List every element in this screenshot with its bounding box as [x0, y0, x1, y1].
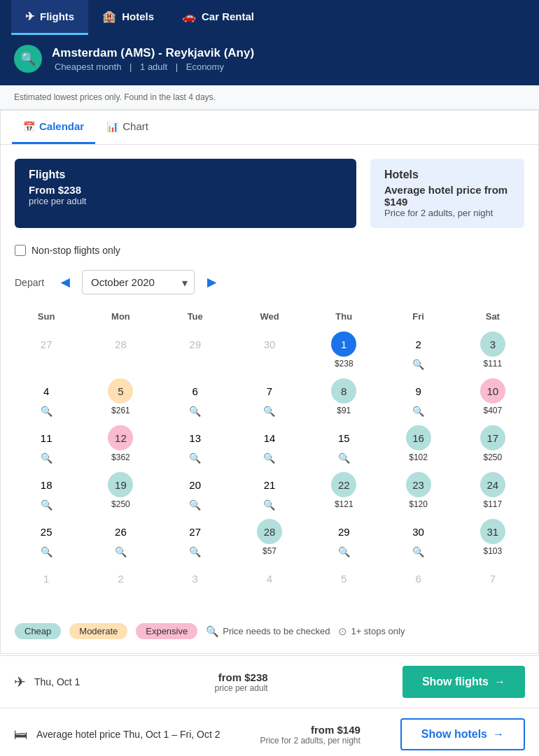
- cal-cell-5-4: 5: [307, 562, 381, 605]
- cal-cell-2-0[interactable]: 11🔍: [9, 421, 83, 468]
- cal-cell-3-5[interactable]: 23$120: [381, 468, 455, 515]
- cal-cell-4-4[interactable]: 29🔍: [307, 515, 381, 562]
- nonstop-row: Non-stop flights only: [1, 239, 538, 264]
- cal-cell-3-0[interactable]: 18🔍: [9, 468, 83, 515]
- cal-day-other: 28: [108, 331, 133, 357]
- nonstop-checkbox[interactable]: [15, 245, 26, 256]
- cal-cell-0-5[interactable]: 2🔍: [381, 327, 455, 374]
- cal-price: $120: [409, 499, 428, 509]
- cal-day-other: 3: [183, 566, 208, 591]
- cal-price: $121: [335, 499, 354, 509]
- cal-cell-2-5[interactable]: 16$102: [381, 421, 455, 468]
- cal-search-icon: 🔍: [263, 406, 275, 417]
- car-icon: 🚗: [182, 10, 196, 23]
- tab-calendar[interactable]: 📅 Calendar: [12, 110, 95, 144]
- legend-stops: ⊙ 1+ stops only: [338, 625, 405, 638]
- search-details: Cheapest month | 1 adult | Economy: [52, 62, 254, 72]
- bottom-hotels-label: Average hotel price Thu, Oct 1 – Fri, Oc…: [36, 729, 220, 740]
- cal-cell-3-2[interactable]: 20🔍: [158, 468, 232, 515]
- cal-search-icon: 🔍: [412, 406, 424, 417]
- cal-cell-4-3[interactable]: 28$57: [232, 515, 307, 562]
- cal-day-cheap: 23: [406, 472, 431, 497]
- tab-chart[interactable]: 📊 Chart: [95, 110, 160, 144]
- show-hotels-button[interactable]: Show hotels →: [400, 718, 525, 750]
- cal-cell-4-1[interactable]: 26🔍: [83, 515, 158, 562]
- cal-day-plain: 25: [34, 519, 59, 544]
- cal-cell-3-1[interactable]: 19$250: [83, 468, 158, 515]
- cal-cell-0-6[interactable]: 3$111: [456, 327, 530, 374]
- cal-search-icon: 🔍: [338, 452, 350, 464]
- cal-cell-2-1[interactable]: 12$362: [83, 421, 158, 468]
- month-select[interactable]: October 2020 November 2020 September 202…: [82, 270, 195, 294]
- disclaimer: Estimated lowest prices only. Found in t…: [0, 85, 539, 110]
- show-flights-button[interactable]: Show flights →: [402, 666, 525, 698]
- cal-cell-1-4[interactable]: 8$91: [307, 374, 381, 421]
- cal-day-other: 7: [480, 566, 505, 591]
- cal-cell-1-6[interactable]: 10$407: [456, 374, 530, 421]
- cal-cell-3-4[interactable]: 22$121: [307, 468, 381, 515]
- nav-tab-hotels[interactable]: 🏨 Hotels: [88, 0, 168, 35]
- header-thu: Thu: [307, 306, 381, 327]
- flights-legend-card: Flights From $238 price per adult: [15, 159, 356, 228]
- cal-cell-0-0: 27: [9, 327, 83, 374]
- bottom-flights-label: Thu, Oct 1: [34, 676, 80, 687]
- cal-cell-4-6[interactable]: 31$103: [456, 515, 530, 562]
- cal-search-icon: 🔍: [115, 546, 127, 557]
- cal-cell-2-2[interactable]: 13🔍: [158, 421, 232, 468]
- cal-search-icon: 🔍: [41, 546, 52, 557]
- cal-cell-2-6[interactable]: 17$250: [456, 421, 530, 468]
- bottom-flights-right: from $238 price per adult: [215, 671, 268, 693]
- search-type: Cheapest month: [55, 62, 121, 72]
- cal-day-cheap: 24: [480, 472, 505, 497]
- nav-flights-label: Flights: [40, 10, 74, 22]
- month-select-wrapper: October 2020 November 2020 September 202…: [82, 270, 195, 294]
- cal-cell-1-0[interactable]: 4🔍: [9, 374, 83, 421]
- header-mon: Mon: [83, 306, 158, 327]
- cal-cell-2-4[interactable]: 15🔍: [307, 421, 381, 468]
- cal-cell-0-1: 28: [83, 327, 158, 374]
- search-legend-icon: 🔍: [206, 625, 219, 638]
- bottom-flights-left: ✈ Thu, Oct 1: [14, 673, 80, 690]
- cal-cell-1-3[interactable]: 7🔍: [232, 374, 307, 421]
- cal-cell-1-1[interactable]: 5$261: [83, 374, 158, 421]
- hotels-legend-sub: Price for 2 adults, per night: [384, 208, 510, 218]
- prev-month-button[interactable]: ◀: [55, 273, 75, 292]
- cal-cell-5-6: 7: [456, 562, 530, 605]
- hotel-bottom-icon: 🛏: [14, 727, 28, 743]
- nav-carrental-label: Car Rental: [202, 10, 254, 22]
- flights-legend-price: From $238: [29, 184, 342, 196]
- cal-day-other: 30: [257, 331, 282, 357]
- cal-cell-4-0[interactable]: 25🔍: [9, 515, 83, 562]
- cal-day-cheap: 16: [406, 425, 431, 450]
- cal-price: $103: [483, 546, 502, 556]
- cal-search-icon: 🔍: [412, 359, 424, 370]
- nav-tab-flights[interactable]: ✈ Flights: [11, 0, 88, 35]
- header-wed: Wed: [232, 306, 307, 327]
- cal-cell-4-5[interactable]: 30🔍: [381, 515, 455, 562]
- cal-day-cheap: 8: [331, 378, 356, 404]
- cal-cell-1-2[interactable]: 6🔍: [158, 374, 232, 421]
- cal-day-other: 2: [108, 566, 133, 591]
- cal-day-cheap: 28: [257, 519, 282, 544]
- show-hotels-label: Show hotels: [421, 728, 487, 741]
- cal-cell-3-6[interactable]: 24$117: [456, 468, 530, 515]
- cal-price: $102: [409, 452, 428, 462]
- cal-cell-3-3[interactable]: 21🔍: [232, 468, 307, 515]
- flight-bottom-icon: ✈: [14, 673, 26, 690]
- cal-day-plain: 29: [331, 519, 356, 544]
- legend-footer: Cheap Moderate Expensive 🔍 Price needs t…: [1, 613, 538, 653]
- cal-day-plain: 30: [406, 519, 431, 544]
- search-class: Economy: [186, 62, 224, 72]
- cal-search-icon: 🔍: [263, 499, 275, 511]
- arrow-right-hotels-icon: →: [493, 728, 504, 741]
- cal-day-other: 29: [183, 331, 208, 357]
- next-month-button[interactable]: ▶: [202, 273, 221, 292]
- cal-search-icon: 🔍: [189, 406, 201, 417]
- cal-day-cheap: 3: [480, 331, 505, 357]
- cal-cell-1-5[interactable]: 9🔍: [381, 374, 455, 421]
- cal-cell-4-2[interactable]: 27🔍: [158, 515, 232, 562]
- stops-icon: ⊙: [338, 625, 347, 638]
- cal-cell-2-3[interactable]: 14🔍: [232, 421, 307, 468]
- nav-tab-carrental[interactable]: 🚗 Car Rental: [168, 0, 268, 35]
- cal-cell-0-4[interactable]: 1$238: [307, 327, 381, 374]
